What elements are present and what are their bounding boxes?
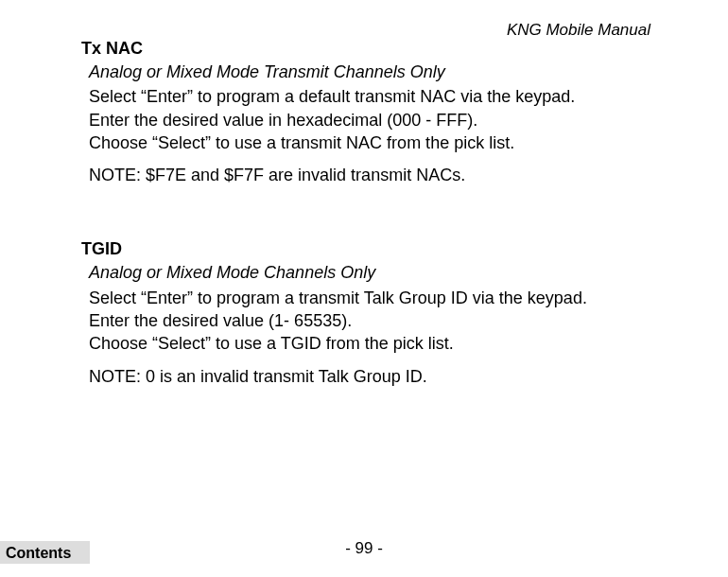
manual-title: KNG Mobile Manual: [507, 21, 650, 40]
note-text: NOTE: $F7E and $F7F are invalid transmit…: [89, 164, 643, 186]
section-tgid: TGID Analog or Mixed Mode Channels Only …: [81, 239, 643, 387]
body-line: Select “Enter” to program a default tran…: [89, 85, 643, 108]
note-text: NOTE: 0 is an invalid transmit Talk Grou…: [89, 365, 643, 388]
body-line: Choose “Select” to use a transmit NAC fr…: [89, 131, 643, 154]
page-content: Tx NAC Analog or Mixed Mode Transmit Cha…: [81, 39, 643, 412]
body-line: Select “Enter” to program a transmit Tal…: [89, 287, 643, 309]
page-number: - 99 -: [0, 539, 728, 558]
section-tx-nac: Tx NAC Analog or Mixed Mode Transmit Cha…: [81, 39, 643, 186]
body-line: Choose “Select” to use a TGID from the p…: [89, 332, 643, 355]
section-heading: Tx NAC: [81, 39, 643, 59]
body-line: Enter the desired value (1- 65535).: [89, 309, 643, 332]
section-heading: TGID: [81, 239, 643, 259]
contents-link[interactable]: Contents: [0, 541, 90, 564]
section-subtitle: Analog or Mixed Mode Channels Only: [89, 261, 643, 284]
section-subtitle: Analog or Mixed Mode Transmit Channels O…: [89, 61, 643, 83]
body-line: Enter the desired value in hexadecimal (…: [89, 109, 643, 131]
